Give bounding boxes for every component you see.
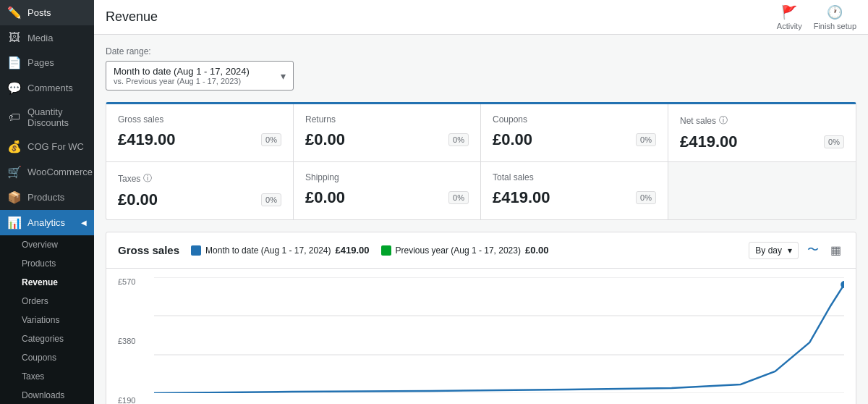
stat-coupons: Coupons £0.00 0% [481,104,668,161]
stat-gross-sales-badge: 0% [261,133,281,146]
stat-net-sales-badge: 0% [824,135,844,148]
submenu-taxes[interactable]: Taxes [0,367,94,386]
sidebar-item-pages[interactable]: 📄 Pages [0,50,94,75]
sidebar-item-quantity-discounts[interactable]: 🏷 Quantity Discounts [0,101,94,134]
submenu-variations[interactable]: Variations [0,311,94,329]
activity-icon: 🚩 [781,4,797,20]
stat-shipping-badge: 0% [448,191,469,204]
line-chart-button[interactable]: 〜 [804,241,822,259]
topbar-actions: 🚩 Activity 🕐 Finish setup [777,4,856,30]
sidebar-item-products[interactable]: 📦 Products [0,185,94,210]
activity-label: Activity [777,22,802,30]
sidebar-item-analytics[interactable]: 📊 Analytics ◀ [0,210,94,235]
sidebar-item-comments[interactable]: 💬 Comments [0,75,94,101]
main-content: Revenue 🚩 Activity 🕐 Finish setup Date r… [94,0,868,404]
sidebar-item-woocommerce[interactable]: 🛒 WooCommerce [0,159,94,185]
submenu-categories[interactable]: Categories [0,329,94,348]
legend-prev-label: Previous year (Aug 1 - 17, 2023) [396,245,521,256]
date-range-label: Date range: [106,46,856,56]
stat-taxes-row: £0.00 0% [118,190,281,209]
stat-taxes-badge: 0% [261,193,281,206]
chart-svg [154,277,844,393]
stat-gross-sales-value: £419.00 [118,130,176,149]
stat-coupons-badge: 0% [636,133,656,146]
stat-net-sales-row: £419.00 0% [680,132,844,151]
stat-returns-value: £0.00 [305,130,345,149]
chart-section: Gross sales Month to date (Aug 1 - 17, 2… [106,232,856,404]
stat-coupons-label: Coupons [493,114,656,125]
legend-prev-checkbox[interactable] [381,245,391,256]
chevron-down-icon: ▾ [281,70,286,82]
stat-total-sales-value: £419.00 [493,188,550,207]
by-day-label: By day [755,245,782,256]
stat-taxes: Taxes ⓘ £0.00 0% [106,162,294,219]
submenu-orders[interactable]: Orders [0,292,94,311]
sidebar: ✏️ Posts 🖼 Media 📄 Pages 💬 Comments 🏷 Qu… [0,0,94,404]
date-range-selector[interactable]: Month to date (Aug 1 - 17, 2024) vs. Pre… [106,61,294,91]
pages-icon: 📄 [7,56,22,70]
quantity-discounts-icon: 🏷 [7,111,22,124]
stat-returns: Returns £0.00 0% [294,104,481,161]
y-label-380: £380 [118,337,135,345]
stat-coupons-row: £0.00 0% [493,130,656,149]
chart-area: £570 £380 £190 [106,269,856,404]
by-day-selector[interactable]: By day ▾ [749,242,799,259]
sidebar-item-cog-for-wc[interactable]: 💰 COG For WC [0,134,94,159]
page-title: Revenue [106,9,158,25]
chart-grid-area [154,277,844,404]
content-area: Date range: Month to date (Aug 1 - 17, 2… [94,35,868,404]
submenu-products[interactable]: Products [0,254,94,273]
stat-gross-sales-label: Gross sales [118,114,281,125]
stat-net-sales-label: Net sales ⓘ [680,114,844,127]
stat-returns-badge: 0% [448,133,469,146]
stat-total-sales-label: Total sales [493,172,656,182]
analytics-submenu: Overview Products Revenue Orders Variati… [0,235,94,404]
finish-setup-button[interactable]: 🕐 Finish setup [814,4,856,30]
sidebar-item-media[interactable]: 🖼 Media [0,25,94,50]
date-range-sub: vs. Previous year (Aug 1 - 17, 2023) [114,77,250,85]
chart-title: Gross sales [118,244,179,256]
stat-coupons-value: £0.00 [493,130,532,149]
net-sales-info-icon[interactable]: ⓘ [719,114,728,127]
y-label-190: £190 [118,396,135,404]
stat-net-sales: Net sales ⓘ £419.00 0% [668,104,856,161]
stat-net-sales-value: £419.00 [680,132,738,151]
legend-current-checkbox[interactable] [191,245,201,256]
chart-y-labels: £570 £380 £190 [118,277,135,404]
submenu-coupons[interactable]: Coupons [0,348,94,367]
woocommerce-icon: 🛒 [7,165,22,179]
svg-point-4 [841,281,844,288]
activity-button[interactable]: 🚩 Activity [777,4,802,30]
stat-shipping-label: Shipping [305,172,469,182]
date-range-main: Month to date (Aug 1 - 17, 2024) [114,66,250,77]
legend-current-value: £419.00 [336,245,370,256]
chart-legend-current: Month to date (Aug 1 - 17, 2024) £419.00 [191,245,369,256]
chart-legend-prev: Previous year (Aug 1 - 17, 2023) £0.00 [381,245,549,256]
taxes-info-icon[interactable]: ⓘ [143,172,152,185]
comments-icon: 💬 [7,81,22,95]
stats-grid-bottom: Taxes ⓘ £0.00 0% Shipping £0.00 0% [106,162,856,219]
stat-total-sales-badge: 0% [636,191,656,204]
topbar: Revenue 🚩 Activity 🕐 Finish setup [94,0,868,35]
stat-returns-label: Returns [305,114,469,125]
stat-empty [668,162,856,219]
legend-prev-value: £0.00 [525,245,549,256]
submenu-downloads[interactable]: Downloads [0,386,94,404]
stat-total-sales: Total sales £419.00 0% [481,162,668,219]
date-range-text: Month to date (Aug 1 - 17, 2024) vs. Pre… [114,66,250,85]
stat-gross-sales-row: £419.00 0% [118,130,281,149]
products-icon: 📦 [7,190,22,204]
stat-shipping-row: £0.00 0% [305,188,469,207]
stat-shipping: Shipping £0.00 0% [294,162,481,219]
stat-total-sales-row: £419.00 0% [493,188,656,207]
stat-returns-row: £0.00 0% [305,130,469,149]
submenu-revenue[interactable]: Revenue [0,273,94,292]
sidebar-item-posts[interactable]: ✏️ Posts [0,0,94,25]
analytics-icon: 📊 [7,216,22,230]
stat-gross-sales: Gross sales £419.00 0% [106,104,294,161]
stat-taxes-value: £0.00 [118,190,158,209]
submenu-overview[interactable]: Overview [0,235,94,254]
media-icon: 🖼 [7,31,22,44]
finish-setup-label: Finish setup [814,22,856,30]
bar-chart-button[interactable]: ▦ [827,242,844,258]
